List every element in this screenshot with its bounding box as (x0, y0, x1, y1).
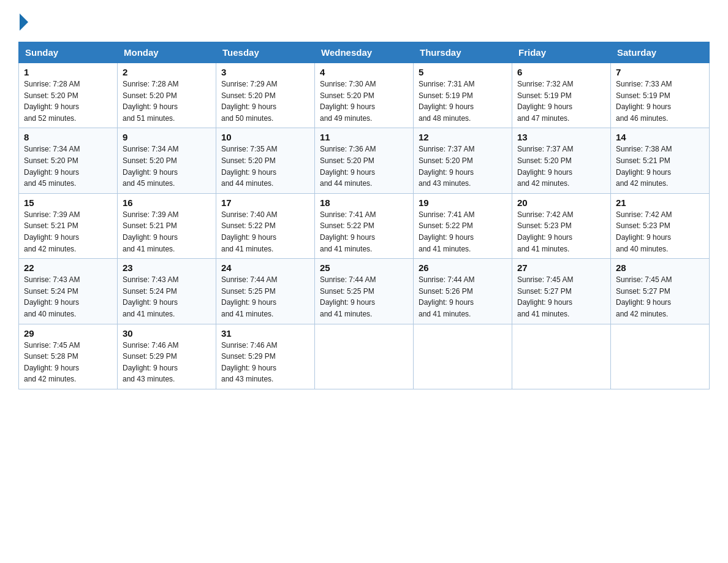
calendar-cell: 25Sunrise: 7:44 AMSunset: 5:25 PMDayligh… (315, 259, 414, 324)
day-info: Sunrise: 7:41 AMSunset: 5:22 PMDaylight:… (320, 209, 408, 255)
calendar-cell: 29Sunrise: 7:45 AMSunset: 5:28 PMDayligh… (19, 324, 118, 389)
day-number: 6 (517, 67, 605, 77)
day-number: 27 (517, 262, 605, 273)
calendar-week-row: 29Sunrise: 7:45 AMSunset: 5:28 PMDayligh… (19, 324, 710, 389)
calendar-cell (512, 324, 611, 389)
calendar-cell: 6Sunrise: 7:32 AMSunset: 5:19 PMDaylight… (512, 63, 611, 128)
day-info: Sunrise: 7:31 AMSunset: 5:19 PMDaylight:… (419, 79, 507, 124)
day-number: 19 (419, 197, 507, 208)
calendar-cell (611, 324, 710, 389)
day-number: 16 (123, 197, 211, 208)
page-header (18, 12, 710, 31)
day-number: 10 (221, 132, 309, 142)
day-number: 20 (517, 197, 605, 208)
day-info: Sunrise: 7:46 AMSunset: 5:29 PMDaylight:… (123, 340, 211, 385)
day-number: 18 (320, 197, 408, 208)
day-number: 8 (24, 132, 112, 142)
day-info: Sunrise: 7:45 AMSunset: 5:28 PMDaylight:… (24, 340, 112, 385)
calendar-cell: 13Sunrise: 7:37 AMSunset: 5:20 PMDayligh… (512, 128, 611, 193)
day-number: 21 (616, 197, 704, 208)
calendar-cell: 3Sunrise: 7:29 AMSunset: 5:20 PMDaylight… (216, 63, 315, 128)
day-number: 28 (616, 262, 704, 273)
day-number: 2 (123, 67, 211, 77)
weekday-header-wednesday: Wednesday (315, 42, 414, 63)
calendar-cell (315, 324, 414, 389)
weekday-header-saturday: Saturday (611, 42, 710, 63)
day-number: 15 (24, 197, 112, 208)
day-info: Sunrise: 7:44 AMSunset: 5:25 PMDaylight:… (221, 274, 309, 320)
day-info: Sunrise: 7:43 AMSunset: 5:24 PMDaylight:… (24, 274, 112, 320)
day-info: Sunrise: 7:39 AMSunset: 5:21 PMDaylight:… (24, 209, 112, 255)
calendar-cell: 20Sunrise: 7:42 AMSunset: 5:23 PMDayligh… (512, 193, 611, 258)
calendar-body: 1Sunrise: 7:28 AMSunset: 5:20 PMDaylight… (19, 63, 710, 389)
calendar-cell: 10Sunrise: 7:35 AMSunset: 5:20 PMDayligh… (216, 128, 315, 193)
calendar-header: SundayMondayTuesdayWednesdayThursdayFrid… (19, 42, 710, 63)
day-info: Sunrise: 7:34 AMSunset: 5:20 PMDaylight:… (123, 144, 211, 189)
day-info: Sunrise: 7:42 AMSunset: 5:23 PMDaylight:… (616, 209, 704, 255)
calendar-cell: 24Sunrise: 7:44 AMSunset: 5:25 PMDayligh… (216, 259, 315, 324)
day-info: Sunrise: 7:40 AMSunset: 5:22 PMDaylight:… (221, 209, 309, 255)
calendar-week-row: 8Sunrise: 7:34 AMSunset: 5:20 PMDaylight… (19, 128, 710, 193)
day-info: Sunrise: 7:29 AMSunset: 5:20 PMDaylight:… (221, 79, 309, 124)
day-info: Sunrise: 7:46 AMSunset: 5:29 PMDaylight:… (221, 340, 309, 385)
day-info: Sunrise: 7:39 AMSunset: 5:21 PMDaylight:… (123, 209, 211, 255)
calendar-cell: 27Sunrise: 7:45 AMSunset: 5:27 PMDayligh… (512, 259, 611, 324)
calendar-cell: 15Sunrise: 7:39 AMSunset: 5:21 PMDayligh… (19, 193, 118, 258)
day-number: 4 (320, 67, 408, 77)
day-info: Sunrise: 7:45 AMSunset: 5:27 PMDaylight:… (616, 274, 704, 320)
day-info: Sunrise: 7:38 AMSunset: 5:21 PMDaylight:… (616, 144, 704, 189)
day-number: 12 (419, 132, 507, 142)
calendar-cell: 16Sunrise: 7:39 AMSunset: 5:21 PMDayligh… (118, 193, 216, 258)
logo-triangle-icon (20, 13, 28, 31)
calendar-week-row: 15Sunrise: 7:39 AMSunset: 5:21 PMDayligh… (19, 193, 710, 258)
calendar-cell: 5Sunrise: 7:31 AMSunset: 5:19 PMDaylight… (414, 63, 512, 128)
day-info: Sunrise: 7:43 AMSunset: 5:24 PMDaylight:… (123, 274, 211, 320)
calendar-cell: 19Sunrise: 7:41 AMSunset: 5:22 PMDayligh… (414, 193, 512, 258)
calendar-cell: 7Sunrise: 7:33 AMSunset: 5:19 PMDaylight… (611, 63, 710, 128)
calendar-cell: 2Sunrise: 7:28 AMSunset: 5:20 PMDaylight… (118, 63, 216, 128)
day-info: Sunrise: 7:35 AMSunset: 5:20 PMDaylight:… (221, 144, 309, 189)
calendar-cell: 21Sunrise: 7:42 AMSunset: 5:23 PMDayligh… (611, 193, 710, 258)
calendar-cell: 31Sunrise: 7:46 AMSunset: 5:29 PMDayligh… (216, 324, 315, 389)
day-number: 1 (24, 67, 112, 77)
logo (18, 12, 28, 31)
day-number: 30 (123, 328, 211, 339)
day-number: 14 (616, 132, 704, 142)
day-info: Sunrise: 7:44 AMSunset: 5:25 PMDaylight:… (320, 274, 408, 320)
day-number: 7 (616, 67, 704, 77)
day-number: 17 (221, 197, 309, 208)
day-number: 13 (517, 132, 605, 142)
day-info: Sunrise: 7:36 AMSunset: 5:20 PMDaylight:… (320, 144, 408, 189)
day-number: 24 (221, 262, 309, 273)
day-info: Sunrise: 7:42 AMSunset: 5:23 PMDaylight:… (517, 209, 605, 255)
day-number: 31 (221, 328, 309, 339)
day-number: 25 (320, 262, 408, 273)
day-info: Sunrise: 7:28 AMSunset: 5:20 PMDaylight:… (24, 79, 112, 124)
weekday-header-monday: Monday (118, 42, 216, 63)
calendar-cell: 9Sunrise: 7:34 AMSunset: 5:20 PMDaylight… (118, 128, 216, 193)
day-number: 26 (419, 262, 507, 273)
calendar-cell: 30Sunrise: 7:46 AMSunset: 5:29 PMDayligh… (118, 324, 216, 389)
calendar-cell: 26Sunrise: 7:44 AMSunset: 5:26 PMDayligh… (414, 259, 512, 324)
weekday-header-tuesday: Tuesday (216, 42, 315, 63)
day-number: 5 (419, 67, 507, 77)
calendar-cell: 12Sunrise: 7:37 AMSunset: 5:20 PMDayligh… (414, 128, 512, 193)
calendar-week-row: 1Sunrise: 7:28 AMSunset: 5:20 PMDaylight… (19, 63, 710, 128)
calendar-cell: 8Sunrise: 7:34 AMSunset: 5:20 PMDaylight… (19, 128, 118, 193)
weekday-header-friday: Friday (512, 42, 611, 63)
day-info: Sunrise: 7:44 AMSunset: 5:26 PMDaylight:… (419, 274, 507, 320)
day-info: Sunrise: 7:37 AMSunset: 5:20 PMDaylight:… (419, 144, 507, 189)
calendar-cell: 1Sunrise: 7:28 AMSunset: 5:20 PMDaylight… (19, 63, 118, 128)
day-info: Sunrise: 7:33 AMSunset: 5:19 PMDaylight:… (616, 79, 704, 124)
weekday-header-sunday: Sunday (19, 42, 118, 63)
calendar-cell (414, 324, 512, 389)
day-number: 22 (24, 262, 112, 273)
day-number: 11 (320, 132, 408, 142)
day-number: 3 (221, 67, 309, 77)
day-info: Sunrise: 7:45 AMSunset: 5:27 PMDaylight:… (517, 274, 605, 320)
calendar-table: SundayMondayTuesdayWednesdayThursdayFrid… (18, 42, 710, 389)
day-number: 9 (123, 132, 211, 142)
day-info: Sunrise: 7:28 AMSunset: 5:20 PMDaylight:… (123, 79, 211, 124)
calendar-week-row: 22Sunrise: 7:43 AMSunset: 5:24 PMDayligh… (19, 259, 710, 324)
day-info: Sunrise: 7:32 AMSunset: 5:19 PMDaylight:… (517, 79, 605, 124)
